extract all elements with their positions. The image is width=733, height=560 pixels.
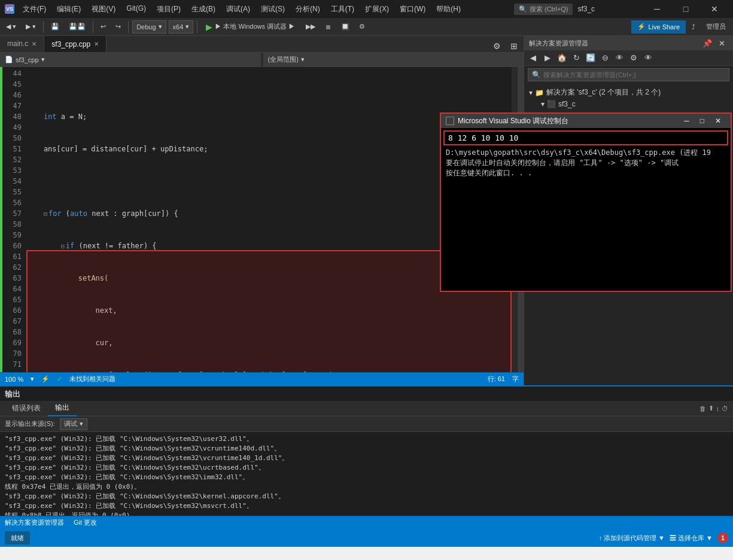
maximize-button[interactable]: □ (672, 0, 699, 18)
wrap-icon[interactable]: ↕ (716, 405, 720, 412)
menu-git[interactable]: Git(G) (121, 3, 151, 16)
forward-button[interactable]: ▶ ▾ (22, 22, 39, 32)
forward-btn[interactable]: ▶ (541, 51, 554, 65)
config-value: Debug (136, 23, 156, 31)
show-all-btn[interactable]: 👁 (613, 51, 626, 65)
menu-test[interactable]: 测试(S) (256, 3, 290, 16)
ready-button[interactable]: 就绪 (5, 531, 30, 544)
tab-sf3-cpp-close[interactable]: ✕ (94, 41, 99, 47)
menu-edit[interactable]: 编辑(E) (52, 3, 86, 16)
tab-main-c-close[interactable]: ✕ (32, 41, 37, 47)
preview-btn[interactable]: 👁 (641, 51, 655, 65)
close-button[interactable]: ✕ (701, 0, 728, 18)
line-numbers: 44 45 46 47 48 49 50 51 52 53 54 55 56 5… (2, 67, 26, 372)
scope-left-value: sf3_cpp (16, 56, 39, 63)
save-all-button[interactable]: 💾💾 (65, 22, 89, 32)
editor-settings-button[interactable]: ⚙ (489, 40, 504, 52)
live-share-button[interactable]: ⚡ Live Share (631, 20, 686, 34)
panel-pin-button[interactable]: 📌 (701, 36, 714, 50)
properties-btn[interactable]: ⚙ (627, 51, 640, 65)
separator-3 (128, 21, 129, 33)
redo-button[interactable]: ↪ (112, 22, 124, 32)
tab-sf3-cpp[interactable]: sf3_cpp.cpp ✕ (44, 36, 107, 52)
menu-help[interactable]: 帮助(H) (431, 3, 466, 16)
console-maximize[interactable]: □ (695, 117, 709, 125)
save-button[interactable]: 💾 (47, 22, 63, 32)
panel-header: 解决方案资源管理器 📌 ✕ (524, 36, 733, 50)
menu-bar[interactable]: 文件(F) 编辑(E) 视图(V) Git(G) 项目(P) 生成(B) 调试(… (18, 3, 466, 16)
back-btn[interactable]: ◀ (527, 51, 540, 65)
scope-right-value: (全局范围) (268, 55, 299, 64)
output-line-4: "sf3_cpp.exe" (Win32): 已加载 "C:\Windows\S… (5, 463, 728, 473)
menu-analyze[interactable]: 分析(N) (291, 3, 325, 16)
tab-main-c[interactable]: main.c ✕ (0, 36, 44, 52)
tree-item-solution[interactable]: ▾ 📁 解决方案 'sf3_c' (2 个项目，共 2 个) (524, 86, 733, 99)
line-num-65: 65 (5, 294, 22, 305)
menu-view[interactable]: 视图(V) (87, 3, 120, 16)
tab-output[interactable]: 输出 (48, 401, 77, 416)
run-button[interactable]: ▶ ▶ 本地 Windows 调试器 ▶ (201, 21, 300, 33)
menu-debug[interactable]: 调试(A) (221, 3, 255, 16)
solution-explorer-tab[interactable]: 解决方案资源管理器 (5, 518, 64, 527)
line-num-55: 55 (5, 187, 22, 197)
menu-build[interactable]: 生成(B) (187, 3, 220, 16)
step-over-button[interactable]: ▶▶ (302, 22, 319, 32)
undo-button[interactable]: ↩ (97, 22, 110, 32)
solution-icon: 📁 (535, 89, 544, 97)
line-num-46: 46 (5, 90, 22, 101)
collapse-all-btn[interactable]: ⊖ (598, 51, 612, 65)
line-num-50: 50 (5, 133, 22, 144)
sync-btn[interactable]: ↻ (570, 51, 583, 65)
toolbar-btn-6[interactable]: 🔲 (337, 22, 353, 32)
line-num-44: 44 (5, 68, 22, 79)
config-dropdown[interactable]: Debug ▾ (132, 20, 166, 34)
select-repo-button[interactable]: ☰ 选择仓库 ▼ (670, 534, 713, 543)
code-content[interactable]: int a = N; ans[cur] = distance[cur] + up… (26, 67, 512, 372)
line-num-69: 69 (5, 337, 22, 348)
git-changes-tab[interactable]: Git 更改 (74, 518, 97, 527)
manage-button[interactable]: 管理员 (701, 21, 731, 32)
scope-left-dropdown[interactable]: 📄 sf3_cpp ▾ (0, 53, 261, 66)
menu-window[interactable]: 窗口(W) (395, 3, 430, 16)
editor-split-button[interactable]: ⊞ (507, 40, 521, 52)
window-controls[interactable]: ─ □ ✕ (643, 0, 728, 18)
expand-icon: ▾ (529, 89, 533, 97)
share-icon-button[interactable]: ⤴ (688, 22, 699, 32)
console-minimize[interactable]: ─ (679, 117, 694, 125)
minimize-button[interactable]: ─ (643, 0, 671, 18)
console-close[interactable]: ✕ (710, 117, 726, 125)
toolbar-btn-5[interactable]: ⏹ (321, 22, 335, 32)
tab-error-list[interactable]: 错误列表 (5, 401, 48, 416)
notification-badge[interactable]: 1 (717, 532, 728, 543)
panel-close-button[interactable]: ✕ (715, 36, 728, 50)
solution-label: 解决方案 'sf3_c' (2 个项目，共 2 个) (546, 87, 661, 98)
taskbar-left: 就绪 (5, 531, 30, 544)
add-source-button[interactable]: ↑ 添加到源代码管理 ▼ (599, 534, 665, 543)
find-icon[interactable]: ⏱ (722, 405, 728, 412)
tab-main-c-label: main.c (7, 39, 28, 48)
output-content[interactable]: "sf3_cpp.exe" (Win32): 已加载 "C:\Windows\S… (0, 432, 733, 516)
search-input[interactable] (543, 71, 725, 78)
source-dropdown[interactable]: 调试 ▾ (60, 418, 87, 430)
menu-file[interactable]: 文件(F) (18, 3, 51, 16)
home-btn[interactable]: 🏠 (555, 51, 568, 65)
code-line-51: cur, (26, 337, 512, 348)
back-button[interactable]: ◀ ▾ (2, 22, 20, 32)
refresh-btn[interactable]: 🔄 (584, 51, 597, 65)
menu-tools[interactable]: 工具(T) (326, 3, 359, 16)
filter-icon[interactable]: ⬆ (708, 404, 714, 412)
search-box[interactable]: 🔍 搜索 (Ctrl+Q) (514, 4, 573, 15)
menu-project[interactable]: 项目(P) (152, 3, 185, 16)
line-num-60: 60 (5, 241, 22, 251)
code-line-52: ans[cur] - distance[next] + size[0] - (s… (26, 370, 512, 372)
platform-dropdown[interactable]: x64 ▾ (169, 20, 194, 34)
console-output-box: 8 12 6 10 10 10 (443, 130, 728, 145)
clear-icon[interactable]: 🗑 (699, 405, 706, 412)
menu-extensions[interactable]: 扩展(X) (360, 3, 394, 16)
toolbar-btn-7[interactable]: ⚙ (355, 22, 369, 32)
live-share-icon: ⚡ (637, 23, 646, 31)
tree-item-sf3c[interactable]: ▾ ⬛ sf3_c (524, 99, 733, 109)
scope-right-dropdown[interactable]: (全局范围) ▾ (263, 53, 524, 66)
line-num-61: 61 (5, 251, 22, 262)
search-bar[interactable]: 🔍 (528, 68, 729, 81)
